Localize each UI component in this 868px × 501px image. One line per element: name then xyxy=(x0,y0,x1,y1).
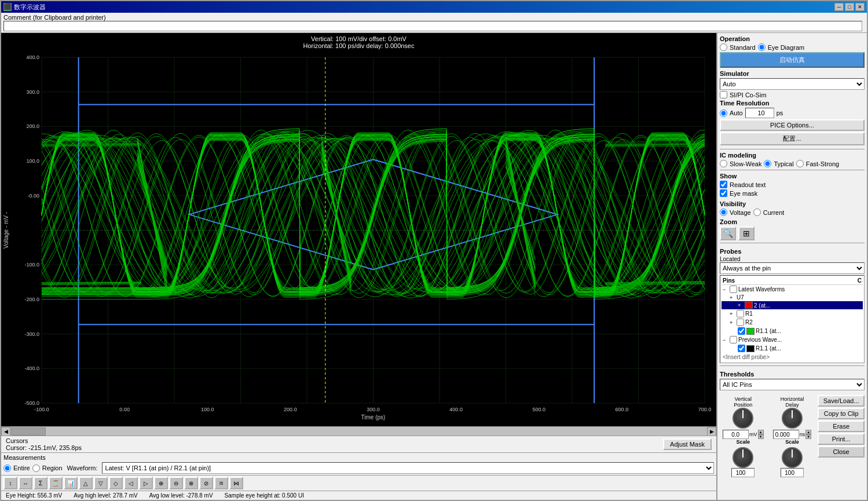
v-position-input[interactable] xyxy=(723,430,749,439)
time-resolution-input[interactable] xyxy=(745,108,774,118)
insert-diff-probe[interactable]: <Insert diff probe> xyxy=(721,353,863,361)
previous-wave-item[interactable]: − Previous Wave... xyxy=(721,335,863,344)
toolbar-btn-6[interactable]: △ xyxy=(79,477,93,489)
h-scale-row xyxy=(781,468,804,477)
expand-r2b[interactable]: + xyxy=(730,320,735,326)
vertical-position-knob[interactable] xyxy=(733,408,753,429)
u7-label: U7 xyxy=(737,294,744,301)
r2b-checkbox[interactable] xyxy=(737,319,744,326)
u7-item[interactable]: + U7 xyxy=(721,294,863,301)
located-dropdown[interactable]: Always at the pin Other xyxy=(720,262,865,274)
oscilloscope-canvas[interactable] xyxy=(1,52,716,426)
v-scale-input[interactable] xyxy=(731,468,755,477)
r2b-item[interactable]: + R2 xyxy=(721,318,863,327)
thresholds-dropdown[interactable]: All IC Pins Custom xyxy=(720,379,865,390)
horizontal-delay-label: HorizontalDelay xyxy=(781,396,804,408)
scroll-right-button[interactable]: ▶ xyxy=(707,427,716,436)
region-radio[interactable] xyxy=(32,465,40,472)
minimize-button[interactable]: ─ xyxy=(834,3,844,11)
avg-high: Avg high level: 278.7 mV xyxy=(74,492,137,499)
osc-plot-container[interactable] xyxy=(1,52,716,426)
right-panel: Operation Standard Eye Diagram 启动仿真 Simu… xyxy=(716,33,867,500)
knob-arrow-v xyxy=(742,410,744,418)
prev-r1-1-item[interactable]: R1.1 (at... xyxy=(721,344,863,353)
si-pi-checkbox[interactable] xyxy=(720,91,727,98)
toolbar-btn-2[interactable]: ↔ xyxy=(19,477,32,489)
toolbar-btn-1[interactable]: ↕ xyxy=(3,477,17,489)
copy-clip-button[interactable]: Copy to Clip xyxy=(818,408,865,419)
scrollbar-thumb[interactable] xyxy=(11,427,46,436)
comment-input[interactable] xyxy=(3,21,862,31)
readout-text-checkbox[interactable] xyxy=(720,181,727,188)
entire-radio[interactable] xyxy=(3,465,11,472)
r1-1-item[interactable]: R1.1 (at... xyxy=(721,327,863,335)
v-pos-up[interactable]: ▲ xyxy=(758,430,764,434)
pice-options-button[interactable]: PICE Options... xyxy=(720,119,865,131)
expand-r2[interactable]: + xyxy=(738,302,744,308)
toolbar-btn-10[interactable]: ▷ xyxy=(139,477,153,489)
r1-checkbox[interactable] xyxy=(737,310,744,317)
save-load-button[interactable]: Save/Load... xyxy=(818,395,865,407)
voltage-radio[interactable] xyxy=(720,209,727,216)
c-label: C xyxy=(858,277,862,284)
r1-item[interactable]: + R1 xyxy=(721,309,863,318)
fast-strong-radio[interactable] xyxy=(796,160,804,167)
v-scale-knob[interactable] xyxy=(733,447,753,468)
toolbar-btn-7[interactable]: ▽ xyxy=(94,477,108,489)
v-pos-down[interactable]: ▼ xyxy=(758,434,764,439)
r2-item[interactable]: + 2 (at... xyxy=(721,301,863,309)
toolbar-btn-4[interactable]: ⌛ xyxy=(49,477,63,489)
zoom-out-button[interactable]: ⊞ xyxy=(738,226,755,240)
r1-1-checkbox[interactable] xyxy=(738,327,745,335)
standard-radio[interactable] xyxy=(720,43,727,51)
toolbar-btn-5[interactable]: 📊 xyxy=(64,477,78,489)
adjust-mask-button[interactable]: Adjust Mask xyxy=(663,438,712,450)
prev-r1-1-checkbox[interactable] xyxy=(738,345,745,352)
print-button[interactable]: Print... xyxy=(818,433,865,445)
auto-time-radio[interactable] xyxy=(720,109,727,117)
configure-button[interactable]: 配置... xyxy=(720,132,865,145)
expand-u7[interactable]: + xyxy=(730,295,735,301)
erase-button[interactable]: Erase xyxy=(818,420,865,432)
readout-text-label: Readout text xyxy=(730,181,766,188)
toolbar-btn-9[interactable]: ◁ xyxy=(124,477,138,489)
zoom-in-button[interactable]: 🔍 xyxy=(720,226,736,240)
h-delay-up[interactable]: ▲ xyxy=(805,430,811,434)
ic-modeling-title: IC modeling xyxy=(720,152,865,159)
horizontal-info: Horizontal: 100 ps/div delay: 0.000nsec xyxy=(3,42,714,49)
scroll-left-button[interactable]: ◀ xyxy=(1,427,10,436)
latest-waveforms-item[interactable]: − Latest Waveforms xyxy=(721,285,863,294)
expand-previous[interactable]: − xyxy=(723,337,728,343)
toolbar-btn-15[interactable]: ⧆ xyxy=(214,477,228,489)
slow-weak-radio[interactable] xyxy=(720,160,727,167)
h-scale-input[interactable] xyxy=(781,468,804,477)
toolbar-btn-3[interactable]: Σ xyxy=(34,477,47,489)
toolbar-btn-12[interactable]: ⊖ xyxy=(169,477,183,489)
toolbar-btn-11[interactable]: ⊕ xyxy=(154,477,168,489)
h-scale-knob[interactable] xyxy=(782,447,803,468)
maximize-button[interactable]: □ xyxy=(845,3,854,11)
close-button-panel[interactable]: Close xyxy=(818,446,865,458)
toolbar-btn-16[interactable]: ⋈ xyxy=(229,477,243,489)
title-bar-buttons: ─ □ ✕ xyxy=(834,3,865,11)
controls-row: VerticalPosition mV ▲ ▼ Scale xyxy=(720,395,865,477)
h-delay-down[interactable]: ▼ xyxy=(805,434,811,439)
h-delay-input[interactable] xyxy=(773,430,799,439)
scrollbar-track[interactable] xyxy=(10,427,707,436)
toolbar-btn-8[interactable]: ◇ xyxy=(109,477,123,489)
simulator-dropdown[interactable]: Auto Manual xyxy=(720,78,865,90)
start-simulation-button[interactable]: 启动仿真 xyxy=(720,52,865,68)
waveform-select[interactable]: Latest: V [R1.1 (at pin) / R2.1 (at pin)… xyxy=(102,462,714,474)
current-radio[interactable] xyxy=(753,209,761,216)
toolbar-btn-13[interactable]: ⊗ xyxy=(184,477,198,489)
latest-waveforms-checkbox[interactable] xyxy=(730,286,737,293)
expand-r1[interactable]: + xyxy=(730,311,735,317)
expand-latest[interactable]: − xyxy=(723,287,728,292)
toolbar-btn-14[interactable]: ⊘ xyxy=(199,477,213,489)
horizontal-delay-knob[interactable] xyxy=(782,408,803,429)
close-button[interactable]: ✕ xyxy=(855,3,865,11)
typical-radio[interactable] xyxy=(764,160,771,167)
eye-mask-checkbox[interactable] xyxy=(720,189,727,197)
eye-diagram-radio[interactable] xyxy=(758,43,766,51)
previous-wave-checkbox[interactable] xyxy=(730,336,737,343)
